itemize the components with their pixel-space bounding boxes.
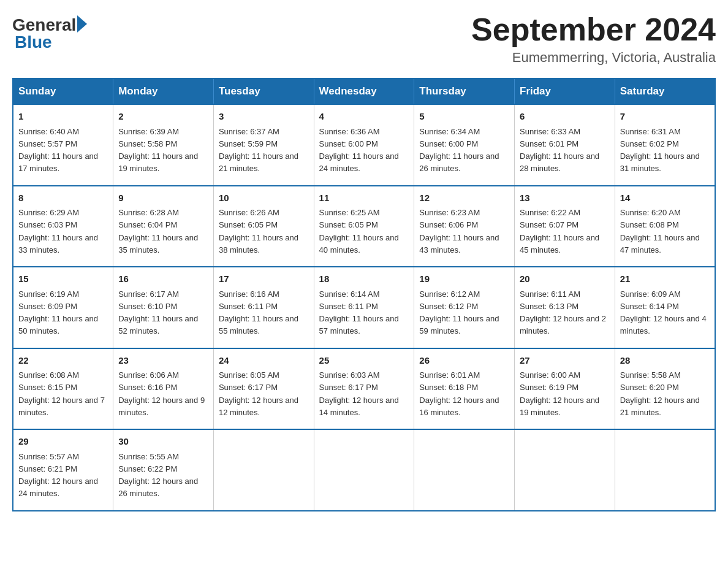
day-info: Sunrise: 5:55 AMSunset: 6:22 PMDaylight:… [118,452,198,499]
calendar-day-cell: 28Sunrise: 5:58 AMSunset: 6:20 PMDayligh… [615,348,715,430]
day-number: 18 [319,272,409,286]
logo-arrow-icon [77,15,87,33]
calendar-day-cell: 14Sunrise: 6:20 AMSunset: 6:08 PMDayligh… [615,186,715,267]
day-number: 9 [118,191,208,205]
logo-blue-text: Blue [12,33,52,52]
day-info: Sunrise: 6:20 AMSunset: 6:08 PMDaylight:… [620,208,700,255]
calendar-day-cell: 12Sunrise: 6:23 AMSunset: 6:06 PMDayligh… [414,186,515,267]
day-number: 21 [620,272,710,286]
day-number: 22 [18,354,108,368]
calendar-day-cell: 25Sunrise: 6:03 AMSunset: 6:17 PMDayligh… [314,348,414,430]
calendar-week-row: 15Sunrise: 6:19 AMSunset: 6:09 PMDayligh… [13,267,715,348]
calendar-day-cell: 6Sunrise: 6:33 AMSunset: 6:01 PMDaylight… [515,104,615,186]
calendar-header-row: SundayMondayTuesdayWednesdayThursdayFrid… [13,79,715,104]
day-info: Sunrise: 6:05 AMSunset: 6:17 PMDaylight:… [219,370,298,417]
day-info: Sunrise: 6:29 AMSunset: 6:03 PMDaylight:… [18,208,98,255]
day-number: 26 [419,354,509,368]
calendar-day-header: Tuesday [213,79,314,104]
day-number: 5 [419,110,509,124]
calendar-day-cell: 13Sunrise: 6:22 AMSunset: 6:07 PMDayligh… [515,186,615,267]
day-number: 7 [620,110,710,124]
day-info: Sunrise: 6:25 AMSunset: 6:05 PMDaylight:… [319,208,399,255]
day-number: 23 [118,354,208,368]
calendar-day-cell: 9Sunrise: 6:28 AMSunset: 6:04 PMDaylight… [113,186,214,267]
calendar-day-cell: 4Sunrise: 6:36 AMSunset: 6:00 PMDaylight… [314,104,414,186]
day-info: Sunrise: 6:37 AMSunset: 5:59 PMDaylight:… [219,127,298,174]
calendar-body: 1Sunrise: 6:40 AMSunset: 5:57 PMDaylight… [13,104,715,511]
calendar-day-cell [213,429,314,511]
day-info: Sunrise: 6:16 AMSunset: 6:11 PMDaylight:… [219,289,298,336]
calendar-day-cell: 5Sunrise: 6:34 AMSunset: 6:00 PMDaylight… [414,104,515,186]
calendar-day-cell: 15Sunrise: 6:19 AMSunset: 6:09 PMDayligh… [13,267,113,348]
calendar-week-row: 8Sunrise: 6:29 AMSunset: 6:03 PMDaylight… [13,186,715,267]
day-number: 30 [118,435,208,449]
day-info: Sunrise: 6:31 AMSunset: 6:02 PMDaylight:… [620,127,700,174]
day-info: Sunrise: 6:11 AMSunset: 6:13 PMDaylight:… [520,289,606,336]
day-info: Sunrise: 6:00 AMSunset: 6:19 PMDaylight:… [520,370,599,417]
calendar-day-cell: 10Sunrise: 6:26 AMSunset: 6:05 PMDayligh… [213,186,314,267]
day-info: Sunrise: 6:22 AMSunset: 6:07 PMDaylight:… [520,208,599,255]
calendar-week-row: 29Sunrise: 5:57 AMSunset: 6:21 PMDayligh… [13,429,715,511]
calendar-day-header: Saturday [615,79,715,104]
calendar-day-header: Sunday [13,79,113,104]
day-info: Sunrise: 6:06 AMSunset: 6:16 PMDaylight:… [118,370,205,417]
calendar-day-cell [515,429,615,511]
day-info: Sunrise: 6:39 AMSunset: 5:58 PMDaylight:… [118,127,198,174]
calendar-day-cell: 19Sunrise: 6:12 AMSunset: 6:12 PMDayligh… [414,267,515,348]
calendar-day-cell: 20Sunrise: 6:11 AMSunset: 6:13 PMDayligh… [515,267,615,348]
calendar-day-cell: 1Sunrise: 6:40 AMSunset: 5:57 PMDaylight… [13,104,113,186]
calendar-day-cell: 18Sunrise: 6:14 AMSunset: 6:11 PMDayligh… [314,267,414,348]
logo: General Blue [12,12,87,52]
calendar-day-cell: 3Sunrise: 6:37 AMSunset: 5:59 PMDaylight… [213,104,314,186]
location-text: Eumemmerring, Victoria, Australia [471,50,716,66]
day-number: 19 [419,272,509,286]
calendar-day-cell [414,429,515,511]
day-info: Sunrise: 6:34 AMSunset: 6:00 PMDaylight:… [419,127,499,174]
calendar-day-cell: 26Sunrise: 6:01 AMSunset: 6:18 PMDayligh… [414,348,515,430]
calendar-header: SundayMondayTuesdayWednesdayThursdayFrid… [13,79,715,104]
day-info: Sunrise: 6:08 AMSunset: 6:15 PMDaylight:… [18,370,105,417]
day-number: 6 [520,110,610,124]
calendar-day-cell: 11Sunrise: 6:25 AMSunset: 6:05 PMDayligh… [314,186,414,267]
calendar-day-cell: 7Sunrise: 6:31 AMSunset: 6:02 PMDaylight… [615,104,715,186]
calendar-day-cell: 29Sunrise: 5:57 AMSunset: 6:21 PMDayligh… [13,429,113,511]
calendar-day-header: Wednesday [314,79,414,104]
title-section: September 2024 Eumemmerring, Victoria, A… [471,12,716,66]
day-info: Sunrise: 6:28 AMSunset: 6:04 PMDaylight:… [118,208,198,255]
calendar-table: SundayMondayTuesdayWednesdayThursdayFrid… [12,78,716,511]
day-number: 11 [319,191,409,205]
day-info: Sunrise: 6:26 AMSunset: 6:05 PMDaylight:… [219,208,298,255]
day-info: Sunrise: 6:36 AMSunset: 6:00 PMDaylight:… [319,127,399,174]
calendar-day-cell [615,429,715,511]
day-number: 17 [219,272,309,286]
day-info: Sunrise: 6:09 AMSunset: 6:14 PMDaylight:… [620,289,707,336]
day-info: Sunrise: 6:01 AMSunset: 6:18 PMDaylight:… [419,370,499,417]
calendar-day-cell: 17Sunrise: 6:16 AMSunset: 6:11 PMDayligh… [213,267,314,348]
day-number: 10 [219,191,309,205]
day-number: 4 [319,110,409,124]
calendar-day-header: Monday [113,79,214,104]
day-info: Sunrise: 6:17 AMSunset: 6:10 PMDaylight:… [118,289,198,336]
page-header: General Blue September 2024 Eumemmerring… [12,12,716,66]
day-info: Sunrise: 6:12 AMSunset: 6:12 PMDaylight:… [419,289,499,336]
day-number: 8 [18,191,108,205]
day-number: 28 [620,354,710,368]
day-info: Sunrise: 6:33 AMSunset: 6:01 PMDaylight:… [520,127,599,174]
calendar-day-cell: 16Sunrise: 6:17 AMSunset: 6:10 PMDayligh… [113,267,214,348]
day-number: 12 [419,191,509,205]
day-number: 13 [520,191,610,205]
day-number: 15 [18,272,108,286]
day-number: 29 [18,435,108,449]
day-number: 3 [219,110,309,124]
day-number: 24 [219,354,309,368]
day-number: 25 [319,354,409,368]
calendar-day-header: Thursday [414,79,515,104]
day-info: Sunrise: 6:19 AMSunset: 6:09 PMDaylight:… [18,289,98,336]
calendar-day-header: Friday [515,79,615,104]
day-number: 27 [520,354,610,368]
day-number: 14 [620,191,710,205]
day-info: Sunrise: 6:14 AMSunset: 6:11 PMDaylight:… [319,289,399,336]
calendar-day-cell: 2Sunrise: 6:39 AMSunset: 5:58 PMDaylight… [113,104,214,186]
day-number: 2 [118,110,208,124]
day-number: 1 [18,110,108,124]
